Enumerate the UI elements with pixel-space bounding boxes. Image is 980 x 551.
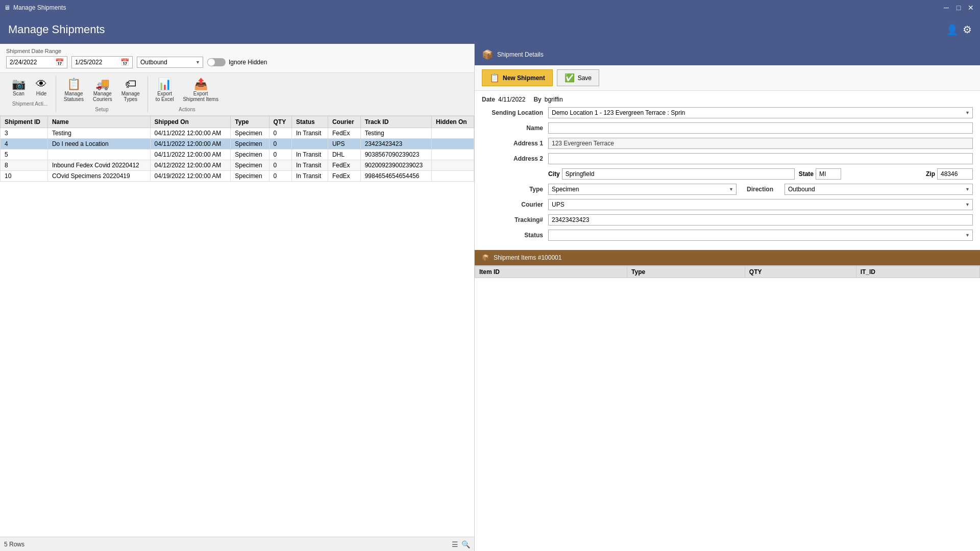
filter-controls: 2/24/2022 📅 1/25/2022 📅 Outbound Inbound… [6, 56, 468, 68]
manage-statuses-icon: 📋 [67, 79, 81, 90]
title-bar-left: 🖥 Manage Shipments [4, 4, 66, 11]
courier-label: Courier [482, 201, 548, 208]
date-from-input[interactable]: 2/24/2022 📅 [6, 56, 67, 68]
table-row[interactable]: 504/11/2022 12:00:00 AMSpecimen0In Trans… [1, 149, 474, 160]
date-to-input[interactable]: 1/25/2022 📅 [71, 56, 133, 68]
address2-input[interactable] [548, 153, 973, 164]
name-row: Name [482, 122, 973, 134]
date-to-calendar-icon[interactable]: 📅 [120, 58, 129, 66]
manage-statuses-button[interactable]: 📋 ManageStatuses [60, 76, 87, 105]
app-icon: 🖥 [4, 4, 10, 11]
save-button[interactable]: ✅ Save [557, 69, 599, 86]
grid-header-row: Shipment ID Name Shipped On Type QTY Sta… [1, 116, 474, 128]
courier-select[interactable]: UPS FedEx DHL [548, 199, 973, 210]
city-state-zip: City State Zip [548, 168, 973, 180]
table-cell: FedEx [328, 160, 360, 171]
col-track-id: Track ID [360, 116, 431, 128]
direction-form-label: Direction [743, 186, 778, 193]
table-cell: 04/12/2022 12:00:00 AM [150, 160, 231, 171]
app-title: Manage Shipments [8, 23, 105, 36]
table-row[interactable]: 10COvid Specimens 2022041904/19/2022 12:… [1, 171, 474, 182]
list-view-icon[interactable]: ☰ [452, 540, 458, 548]
col-courier: Courier [328, 116, 360, 128]
table-row[interactable]: 4Do I need a Location04/11/2022 12:00:00… [1, 139, 474, 149]
address2-row: Address 2 [482, 153, 973, 164]
filter-label: Shipment Date Range [6, 48, 468, 54]
items-grid: Item ID Type QTY IT_ID [475, 265, 980, 278]
export-excel-label: Exportto Excel [156, 91, 174, 102]
status-form-label: Status [482, 232, 548, 239]
items-header-row: Item ID Type QTY IT_ID [475, 266, 980, 278]
col-shipped-on: Shipped On [150, 116, 231, 128]
status-row: Status In Transit [482, 230, 973, 241]
export-excel-button[interactable]: 📊 Exportto Excel [152, 76, 178, 105]
zip-label: Zip [926, 170, 935, 178]
name-value-wrapper [548, 122, 973, 134]
tracking-row: Tracking# [482, 214, 973, 226]
table-cell: 4 [1, 139, 48, 149]
main-content: Shipment Date Range 2/24/2022 📅 1/25/202… [0, 44, 980, 551]
new-shipment-button[interactable]: 📋 New Shipment [482, 69, 553, 86]
shipment-actions-group-label: Shipment Acti... [8, 101, 52, 107]
table-cell: 0 [269, 149, 292, 160]
date-label: Date [482, 96, 495, 103]
toggle-knob [208, 59, 215, 66]
export-shipment-items-button[interactable]: 📤 ExportShipment Items [179, 76, 222, 105]
items-grid-header: Item ID Type QTY IT_ID [475, 266, 980, 278]
shipment-details-header: 📦 Shipment Details [475, 44, 980, 65]
person-icon[interactable]: 👤 [946, 23, 959, 36]
restore-button[interactable]: □ [953, 3, 964, 13]
scan-button[interactable]: 📷 Scan [8, 76, 29, 99]
city-input[interactable] [562, 168, 795, 180]
ignore-hidden-toggle[interactable] [207, 58, 226, 66]
col-qty: QTY [269, 116, 292, 128]
courier-select-wrapper[interactable]: UPS FedEx DHL [548, 199, 973, 210]
hide-button[interactable]: 👁 Hide [31, 76, 52, 99]
direction-select-wrapper-right[interactable]: Outbound Inbound [785, 184, 973, 195]
table-row[interactable]: 3Testing04/11/2022 12:00:00 AMSpecimen0I… [1, 128, 474, 139]
manage-couriers-button[interactable]: 🚚 ManageCouriers [89, 76, 116, 105]
minimize-button[interactable]: ─ [941, 3, 951, 13]
settings-icon[interactable]: ⚙ [963, 23, 972, 36]
direction-select-right[interactable]: Outbound Inbound [785, 184, 973, 195]
manage-types-button[interactable]: 🏷 ManageTypes [118, 76, 143, 105]
grid-header: Shipment ID Name Shipped On Type QTY Sta… [1, 116, 474, 128]
toolbar-group-setup: 📋 ManageStatuses 🚚 ManageCouriers 🏷 Mana… [56, 76, 148, 112]
by-value: bgriffin [545, 96, 563, 103]
tracking-input[interactable] [548, 214, 973, 226]
table-cell: 8 [1, 160, 48, 171]
table-cell: Specimen [231, 160, 269, 171]
table-cell: 0 [269, 128, 292, 139]
table-cell: 23423423423 [360, 139, 431, 149]
save-icon: ✅ [565, 73, 575, 83]
date-by-row: Date 4/11/2022 By bgriffin [482, 96, 973, 103]
table-row[interactable]: 8Inbound Fedex Covid 2022041204/12/2022 … [1, 160, 474, 171]
status-select-wrapper[interactable]: In Transit [548, 230, 973, 241]
close-button[interactable]: ✕ [966, 3, 976, 13]
direction-select[interactable]: Outbound Inbound All [137, 57, 203, 68]
sending-location-row: Sending Location Demo Location 1 - 123 E… [482, 107, 973, 118]
search-icon[interactable]: 🔍 [461, 540, 470, 548]
shipment-details-title: Shipment Details [497, 51, 544, 58]
date-from-calendar-icon[interactable]: 📅 [55, 58, 64, 66]
type-select[interactable]: Specimen [548, 184, 737, 195]
zip-input[interactable] [937, 168, 973, 180]
sending-location-select[interactable]: Demo Location 1 - 123 Evergreen Terrace … [548, 107, 973, 118]
table-cell: Testing [47, 128, 150, 139]
address1-value: 123 Evergreen Terrace [548, 138, 973, 149]
sending-location-wrapper[interactable]: Demo Location 1 - 123 Evergreen Terrace … [548, 107, 973, 118]
table-cell: UPS [328, 139, 360, 149]
direction-select-wrapper[interactable]: Outbound Inbound All [137, 57, 203, 68]
save-label: Save [578, 74, 592, 82]
shipments-grid[interactable]: Shipment ID Name Shipped On Type QTY Sta… [0, 116, 474, 537]
status-bar: 5 Rows ☰ 🔍 [0, 537, 474, 551]
shipment-form: Date 4/11/2022 By bgriffin Sending Locat… [475, 91, 980, 250]
type-select-wrapper[interactable]: Specimen [548, 184, 737, 195]
title-bar-controls: ─ □ ✕ [941, 3, 976, 13]
toolbar: 📷 Scan 👁 Hide Shipment Acti... 📋 ManageS… [0, 73, 474, 116]
status-select[interactable]: In Transit [548, 230, 973, 241]
app-header-icons: 👤 ⚙ [946, 23, 972, 36]
table-cell: 04/11/2022 12:00:00 AM [150, 149, 231, 160]
state-input[interactable] [816, 168, 841, 180]
name-input[interactable] [548, 122, 973, 134]
